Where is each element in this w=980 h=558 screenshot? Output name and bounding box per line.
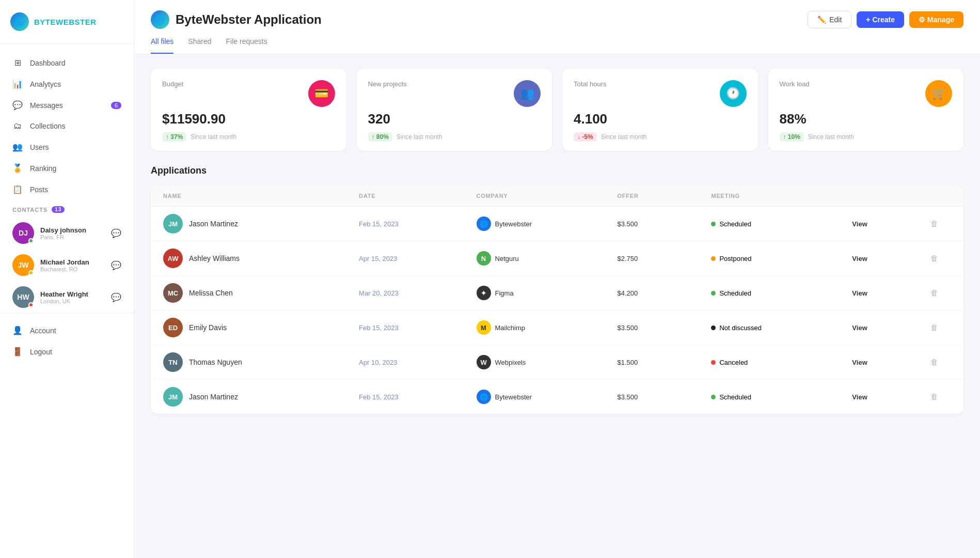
edit-button[interactable]: ✏️ Edit: [808, 11, 851, 28]
collections-icon: 🗂: [12, 121, 23, 131]
cell-name: JM Jason Martinez: [163, 214, 359, 234]
manage-button[interactable]: ⚙ Manage: [909, 11, 963, 28]
col-header-date: DATE: [359, 193, 476, 199]
tab-file-requests[interactable]: File requests: [226, 37, 267, 54]
applicant-name: Jason Martinez: [189, 220, 238, 228]
sidebar-item-label: Analytycs: [30, 80, 61, 88]
applicant-name: Ashley Williams: [189, 254, 240, 262]
cell-name: MC Melissa Chen: [163, 283, 359, 303]
delete-button[interactable]: 🗑: [930, 219, 938, 228]
main-area: 🌐 ByteWebster Application ✏️ Edit + Crea…: [134, 0, 980, 558]
delete-button[interactable]: 🗑: [930, 254, 938, 262]
sidebar-item-analytics[interactable]: 📊 Analytycs: [0, 73, 134, 95]
applicant-name: Emily Davis: [189, 323, 227, 332]
contact-info: Heather Wright London, UK: [40, 290, 88, 304]
table-header: NAMEDATECOMPANYOFFERMEETING: [151, 185, 963, 207]
company-logo: 🌐: [477, 390, 491, 404]
view-button[interactable]: View: [852, 359, 867, 366]
delete-button[interactable]: 🗑: [930, 358, 938, 366]
cell-date: Mar 20, 2023: [359, 289, 476, 297]
messages-icon: 💬: [12, 100, 23, 110]
stat-label: Work load: [780, 80, 810, 88]
table-row: AW Ashley Williams Apr 15, 2023 N Netgur…: [151, 241, 963, 276]
sidebar-item-messages[interactable]: 💬 Messages 6: [0, 95, 134, 116]
cell-name: TN Thomas Nguyen: [163, 352, 359, 372]
sidebar-item-posts[interactable]: 📋 Posts: [0, 179, 134, 200]
cell-company: M Mailchimp: [477, 320, 618, 335]
meeting-status: Scheduled: [719, 393, 751, 401]
col-header-name: NAME: [163, 193, 359, 199]
contact-status-dot: [28, 302, 34, 307]
chat-icon[interactable]: 💬: [111, 292, 121, 302]
view-button[interactable]: View: [852, 255, 867, 262]
chat-icon[interactable]: 💬: [111, 260, 121, 270]
sidebar-item-label: Dashboard: [30, 59, 66, 67]
stat-label: New projects: [368, 80, 407, 88]
delete-button[interactable]: 🗑: [930, 392, 938, 401]
cell-meeting: Scheduled: [711, 289, 852, 297]
contact-item-2[interactable]: HW Heather Wright London, UK 💬: [0, 281, 134, 313]
stat-icon: 🕐: [720, 80, 747, 107]
sidebar-item-ranking[interactable]: 🏅 Ranking: [0, 158, 134, 179]
sidebar-item-logout[interactable]: 🚪 Logout: [0, 341, 134, 362]
company-name: Netguru: [495, 255, 519, 262]
logo-text: BYTEWEBSTER: [34, 18, 97, 26]
delete-button[interactable]: 🗑: [930, 288, 938, 297]
row-avatar: JM: [163, 387, 183, 407]
view-button[interactable]: View: [852, 220, 867, 228]
header-tabs: All filesSharedFile requests: [151, 37, 963, 54]
view-button[interactable]: View: [852, 393, 867, 401]
cell-delete: 🗑: [930, 288, 951, 298]
meeting-status: Canceled: [719, 359, 748, 366]
table-row: MC Melissa Chen Mar 20, 2023 ✦ Figma $4.…: [151, 276, 963, 311]
col-header-action: [852, 193, 930, 199]
sidebar-logo: 🌐 BYTEWEBSTER: [0, 0, 134, 44]
cell-company: W Webpixels: [477, 355, 618, 369]
sidebar-item-label: Ranking: [30, 164, 56, 173]
stat-label: Budget: [162, 80, 183, 88]
stat-icon: 👥: [514, 80, 541, 107]
view-button[interactable]: View: [852, 324, 867, 332]
cell-offer: $3.500: [617, 324, 711, 332]
contact-item-1[interactable]: JW Michael Jordan Bucharest, RO 💬: [0, 249, 134, 281]
company-name: Figma: [495, 289, 514, 297]
contacts-count: 13: [52, 206, 65, 213]
cell-company: N Netguru: [477, 251, 618, 266]
table-row: JM Jason Martinez Feb 15, 2023 🌐 Byteweb…: [151, 207, 963, 241]
cell-offer: $2.750: [617, 255, 711, 262]
stat-footer: ↓ -5% Since last month: [574, 132, 747, 142]
stat-footer: ↑ 10% Since last month: [780, 132, 953, 142]
meeting-dot: [711, 360, 716, 365]
contact-avatar-wrapper: HW: [12, 286, 34, 308]
sidebar-item-collections[interactable]: 🗂 Collections: [0, 116, 134, 136]
company-name: Webpixels: [495, 359, 526, 366]
table-row: TN Thomas Nguyen Apr 10, 2023 W Webpixel…: [151, 345, 963, 380]
contacts-label: CONTACTS: [12, 207, 48, 213]
tab-all-files[interactable]: All files: [151, 37, 173, 54]
col-header-company: COMPANY: [477, 193, 618, 199]
contact-item-0[interactable]: DJ Daisy johnson Paris, FR 💬: [0, 217, 134, 249]
sidebar-item-dashboard[interactable]: ⊞ Dashboard: [0, 52, 134, 73]
company-logo: W: [477, 355, 491, 369]
row-avatar: ED: [163, 318, 183, 337]
sidebar-item-users[interactable]: 👥 Users: [0, 136, 134, 158]
cell-meeting: Postponed: [711, 255, 852, 262]
stat-card-header: Total hours 🕐: [574, 80, 747, 107]
analytics-icon: 📊: [12, 79, 23, 89]
col-header-meeting: MEETING: [711, 193, 852, 199]
sidebar-item-account[interactable]: 👤 Account: [0, 320, 134, 341]
create-button[interactable]: + Create: [857, 11, 904, 28]
company-name: Bytewebster: [495, 393, 532, 401]
chat-icon[interactable]: 💬: [111, 228, 121, 238]
stat-card-budget: Budget 💳 $11590.90 ↑ 37% Since last mont…: [151, 69, 346, 151]
stat-since: Since last month: [191, 133, 236, 141]
company-logo: M: [477, 320, 491, 335]
col-header-delete: [930, 193, 951, 199]
stat-since: Since last month: [808, 133, 854, 141]
view-button[interactable]: View: [852, 289, 867, 297]
row-avatar: JM: [163, 214, 183, 234]
delete-button[interactable]: 🗑: [930, 323, 938, 332]
tab-shared[interactable]: Shared: [188, 37, 211, 54]
contact-name: Heather Wright: [40, 290, 88, 298]
cell-action: View: [852, 393, 930, 401]
